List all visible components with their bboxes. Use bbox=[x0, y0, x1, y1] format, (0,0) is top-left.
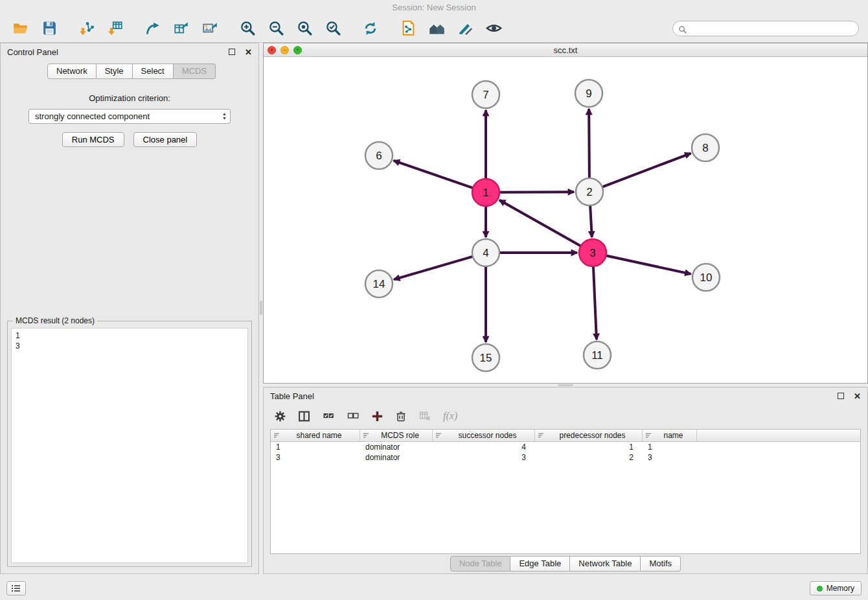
function-builder-button[interactable]: f(x) bbox=[443, 410, 457, 422]
column-header-MCDS-role[interactable]: MCDS role bbox=[360, 430, 433, 441]
table-cell[interactable]: 3 bbox=[643, 452, 697, 463]
tab-network[interactable]: Network bbox=[47, 63, 97, 79]
graph-edge-3-1[interactable] bbox=[499, 200, 581, 246]
column-header-name[interactable]: name bbox=[643, 430, 697, 441]
tab-node-table[interactable]: Node Table bbox=[450, 556, 511, 571]
network-canvas[interactable]: 7968124314101511 bbox=[264, 57, 867, 383]
export-network-button[interactable] bbox=[141, 17, 165, 40]
graph-edge-4-14[interactable] bbox=[394, 257, 473, 279]
zoom-out-button[interactable] bbox=[264, 17, 288, 40]
table-cell[interactable]: 1 bbox=[535, 442, 643, 452]
float-panel-icon[interactable] bbox=[229, 49, 235, 55]
graph-edge-1-6[interactable] bbox=[394, 161, 473, 188]
window-minimize-icon[interactable]: − bbox=[280, 46, 289, 54]
export-image-button[interactable] bbox=[198, 17, 222, 40]
tab-network-table[interactable]: Network Table bbox=[570, 556, 641, 571]
save-session-button[interactable] bbox=[38, 17, 61, 40]
horizontal-splitter[interactable] bbox=[263, 384, 868, 387]
vertical-splitter[interactable] bbox=[259, 43, 263, 574]
delete-table-button[interactable] bbox=[418, 410, 431, 422]
close-panel-icon[interactable]: ✕ bbox=[854, 391, 861, 401]
show-columns-button[interactable] bbox=[298, 410, 310, 422]
graph-node-7[interactable]: 7 bbox=[472, 81, 499, 108]
close-panel-button[interactable]: Close panel bbox=[133, 132, 198, 147]
graph-node-11[interactable]: 11 bbox=[584, 341, 611, 369]
graph-node-14[interactable]: 14 bbox=[365, 270, 393, 297]
table-cell[interactable]: 1 bbox=[271, 442, 360, 452]
mcds-buttons-row: Run MCDS Close panel bbox=[1, 132, 258, 147]
network-graph-svg: 7968124314101511 bbox=[264, 57, 867, 383]
splitter-handle[interactable] bbox=[558, 384, 573, 386]
mcds-result-list[interactable]: 1 3 bbox=[11, 328, 248, 563]
memory-button[interactable]: Memory bbox=[810, 581, 862, 595]
table-settings-button[interactable] bbox=[274, 410, 286, 422]
tab-select[interactable]: Select bbox=[133, 63, 174, 79]
table-cell[interactable]: 3 bbox=[271, 452, 360, 463]
table-cell[interactable]: 4 bbox=[433, 442, 535, 452]
table-cell[interactable]: dominator bbox=[360, 452, 433, 463]
control-panel-title: Control Panel bbox=[7, 47, 58, 57]
apply-layout-button[interactable] bbox=[359, 17, 382, 40]
graph-node-10[interactable]: 10 bbox=[692, 264, 720, 291]
float-panel-icon[interactable] bbox=[838, 393, 844, 399]
graph-edge-3-11[interactable] bbox=[593, 266, 597, 340]
table-cell[interactable]: 2 bbox=[535, 452, 643, 463]
graph-node-6[interactable]: 6 bbox=[365, 142, 393, 169]
main-toolbar bbox=[0, 14, 868, 43]
run-mcds-button[interactable]: Run MCDS bbox=[62, 132, 124, 147]
sort-icon bbox=[645, 432, 652, 439]
table-panel-header: Table Panel ✕ bbox=[264, 387, 867, 404]
column-header-successor-nodes[interactable]: successor nodes bbox=[433, 430, 535, 441]
splitter-handle[interactable] bbox=[260, 301, 262, 315]
select-all-columns-button[interactable] bbox=[322, 410, 335, 422]
graph-node-3[interactable]: 3 bbox=[579, 239, 606, 266]
graph-node-1[interactable]: 1 bbox=[472, 179, 499, 206]
graph-node-8[interactable]: 8 bbox=[692, 134, 719, 161]
table-cell[interactable]: dominator bbox=[360, 442, 433, 452]
apply-style-button[interactable] bbox=[453, 17, 477, 40]
graph-edge-3-10[interactable] bbox=[606, 255, 691, 273]
table-row[interactable]: 3dominator323 bbox=[271, 452, 860, 463]
tab-mcds[interactable]: MCDS bbox=[174, 63, 216, 79]
svg-text:11: 11 bbox=[591, 349, 603, 362]
table-cell[interactable]: 3 bbox=[433, 452, 535, 463]
graph-edge-1-2[interactable] bbox=[499, 192, 574, 192]
column-header-predecessor-nodes[interactable]: predecessor nodes bbox=[535, 430, 643, 441]
export-image-icon bbox=[201, 20, 218, 37]
delete-column-button[interactable] bbox=[395, 410, 407, 422]
graph-edge-2-3[interactable] bbox=[590, 205, 592, 237]
memory-label: Memory bbox=[827, 584, 854, 593]
zoom-selected-button[interactable] bbox=[321, 17, 345, 40]
create-column-button[interactable] bbox=[371, 410, 383, 422]
delete-table-icon bbox=[418, 410, 431, 422]
table-cell[interactable]: 1 bbox=[643, 442, 697, 452]
export-table-button[interactable] bbox=[170, 17, 193, 40]
import-table-button[interactable] bbox=[104, 17, 127, 40]
search-input[interactable] bbox=[672, 21, 859, 36]
graph-node-4[interactable]: 4 bbox=[472, 239, 499, 266]
network-home-button[interactable] bbox=[425, 17, 448, 40]
tab-edge-table[interactable]: Edge Table bbox=[510, 556, 570, 571]
deselect-all-columns-button[interactable] bbox=[347, 410, 360, 422]
plus-icon bbox=[371, 410, 383, 422]
graph-node-15[interactable]: 15 bbox=[472, 344, 499, 371]
graph-node-9[interactable]: 9 bbox=[575, 80, 602, 107]
show-hide-graphics-button[interactable] bbox=[482, 17, 505, 40]
criterion-dropdown[interactable]: strongly connected component ▲▼ bbox=[29, 109, 231, 124]
automation-panel-button[interactable] bbox=[6, 581, 26, 595]
graph-edge-2-9[interactable] bbox=[589, 109, 589, 178]
close-panel-icon[interactable]: ✕ bbox=[245, 47, 252, 57]
open-session-button[interactable] bbox=[9, 17, 32, 40]
graph-edge-2-8[interactable] bbox=[602, 154, 691, 187]
column-header-shared-name[interactable]: shared name bbox=[271, 430, 360, 441]
zoom-in-button[interactable] bbox=[236, 17, 259, 40]
import-network-button[interactable] bbox=[75, 17, 98, 40]
open-network-document-button[interactable] bbox=[396, 17, 420, 40]
window-close-icon[interactable]: × bbox=[268, 46, 276, 54]
graph-node-2[interactable]: 2 bbox=[576, 178, 603, 205]
zoom-fit-button[interactable] bbox=[293, 17, 316, 40]
table-row[interactable]: 1dominator411 bbox=[271, 442, 860, 452]
tab-motifs[interactable]: Motifs bbox=[641, 556, 681, 571]
tab-style[interactable]: Style bbox=[97, 63, 133, 79]
window-zoom-icon[interactable]: + bbox=[293, 46, 302, 54]
